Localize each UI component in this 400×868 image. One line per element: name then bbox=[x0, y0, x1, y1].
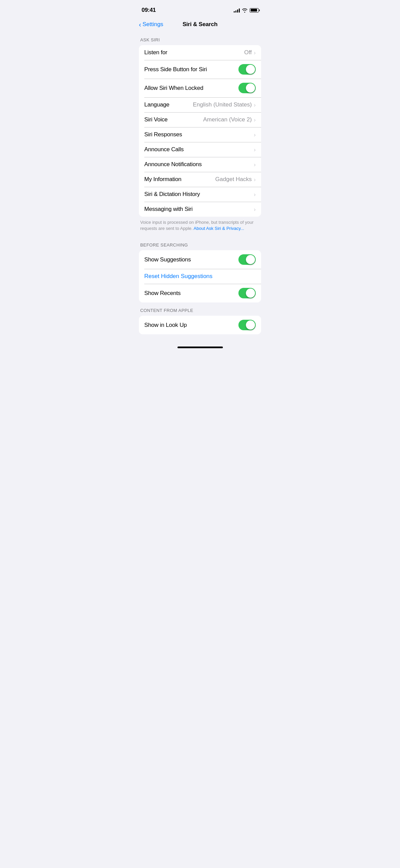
status-bar: 09:41 bbox=[133, 0, 267, 18]
show-suggestions-knob bbox=[246, 255, 255, 264]
show-suggestions-label: Show Suggestions bbox=[144, 256, 191, 263]
siri-dictation-history-right: › bbox=[254, 192, 256, 197]
announce-calls-right: › bbox=[254, 147, 256, 153]
my-information-row[interactable]: My Information Gadget Hacks › bbox=[139, 172, 261, 187]
siri-responses-label: Siri Responses bbox=[144, 131, 182, 138]
siri-voice-chevron-icon: › bbox=[254, 117, 256, 123]
home-indicator bbox=[177, 347, 223, 348]
listen-for-right: Off › bbox=[244, 49, 256, 56]
announce-calls-label: Announce Calls bbox=[144, 146, 184, 153]
nav-bar: ‹ Settings Siri & Search bbox=[133, 18, 267, 32]
siri-voice-value: American (Voice 2) bbox=[203, 116, 252, 123]
content-from-apple-section-label: CONTENT FROM APPLE bbox=[133, 302, 267, 316]
my-information-chevron-icon: › bbox=[254, 177, 256, 182]
content-from-apple-card: Show in Look Up bbox=[139, 316, 261, 334]
press-side-button-toggle[interactable] bbox=[238, 64, 256, 75]
show-recents-knob bbox=[246, 289, 255, 298]
ask-siri-card: Listen for Off › Press Side Button for S… bbox=[139, 45, 261, 217]
listen-for-label: Listen for bbox=[144, 49, 167, 56]
messaging-with-siri-chevron-icon: › bbox=[254, 206, 256, 212]
press-side-button-row: Press Side Button for Siri bbox=[139, 60, 261, 79]
ask-siri-section-label: ASK SIRI bbox=[133, 32, 267, 45]
language-right: English (United States) › bbox=[193, 101, 256, 108]
announce-notifications-chevron-icon: › bbox=[254, 162, 256, 167]
language-chevron-icon: › bbox=[254, 102, 256, 108]
back-chevron-icon: ‹ bbox=[139, 21, 141, 28]
show-in-look-up-toggle[interactable] bbox=[238, 320, 256, 330]
siri-voice-right: American (Voice 2) › bbox=[203, 116, 256, 123]
language-row[interactable]: Language English (United States) › bbox=[139, 97, 261, 112]
before-searching-card: Show Suggestions Reset Hidden Suggestion… bbox=[139, 250, 261, 302]
page-title: Siri & Search bbox=[183, 21, 217, 28]
messaging-with-siri-row[interactable]: Messaging with Siri › bbox=[139, 202, 261, 217]
reset-hidden-suggestions-row[interactable]: Reset Hidden Suggestions bbox=[139, 269, 261, 284]
show-suggestions-row: Show Suggestions bbox=[139, 250, 261, 269]
wifi-icon bbox=[242, 8, 248, 13]
show-recents-toggle[interactable] bbox=[238, 288, 256, 298]
siri-dictation-history-chevron-icon: › bbox=[254, 192, 256, 197]
press-side-button-knob bbox=[246, 65, 255, 74]
ask-siri-footer-link[interactable]: About Ask Siri & Privacy... bbox=[194, 226, 244, 231]
my-information-label: My Information bbox=[144, 176, 182, 183]
announce-calls-row[interactable]: Announce Calls › bbox=[139, 142, 261, 157]
show-recents-label: Show Recents bbox=[144, 290, 181, 297]
announce-notifications-row[interactable]: Announce Notifications › bbox=[139, 157, 261, 172]
allow-when-locked-label: Allow Siri When Locked bbox=[144, 85, 203, 92]
signal-icon bbox=[234, 8, 240, 13]
back-label: Settings bbox=[143, 21, 163, 28]
announce-calls-chevron-icon: › bbox=[254, 147, 256, 153]
show-in-look-up-label: Show in Look Up bbox=[144, 322, 187, 329]
siri-voice-label: Siri Voice bbox=[144, 116, 168, 123]
show-in-look-up-row: Show in Look Up bbox=[139, 316, 261, 334]
my-information-right: Gadget Hacks › bbox=[215, 176, 256, 183]
listen-for-row[interactable]: Listen for Off › bbox=[139, 45, 261, 60]
listen-for-value: Off bbox=[244, 49, 252, 56]
ask-siri-footer: Voice input is processed on iPhone, but … bbox=[133, 217, 267, 237]
announce-notifications-label: Announce Notifications bbox=[144, 161, 202, 168]
show-suggestions-toggle[interactable] bbox=[238, 254, 256, 265]
siri-responses-right: › bbox=[254, 132, 256, 138]
back-button[interactable]: ‹ Settings bbox=[139, 21, 163, 28]
siri-responses-chevron-icon: › bbox=[254, 132, 256, 138]
reset-hidden-suggestions-label: Reset Hidden Suggestions bbox=[144, 273, 212, 280]
language-label: Language bbox=[144, 101, 169, 108]
battery-icon bbox=[250, 8, 260, 13]
allow-when-locked-toggle[interactable] bbox=[238, 83, 256, 93]
before-searching-section-label: BEFORE SEARCHING bbox=[133, 237, 267, 250]
siri-dictation-history-label: Siri & Dictation History bbox=[144, 191, 200, 198]
listen-for-chevron-icon: › bbox=[254, 50, 256, 56]
messaging-with-siri-right: › bbox=[254, 206, 256, 212]
allow-when-locked-row: Allow Siri When Locked bbox=[139, 79, 261, 97]
status-icons bbox=[234, 8, 260, 13]
messaging-with-siri-label: Messaging with Siri bbox=[144, 206, 193, 213]
press-side-button-label: Press Side Button for Siri bbox=[144, 66, 207, 73]
announce-notifications-right: › bbox=[254, 162, 256, 167]
language-value: English (United States) bbox=[193, 101, 252, 108]
siri-responses-row[interactable]: Siri Responses › bbox=[139, 127, 261, 142]
status-time: 09:41 bbox=[142, 7, 156, 14]
allow-when-locked-knob bbox=[246, 83, 255, 93]
show-recents-row: Show Recents bbox=[139, 284, 261, 302]
my-information-value: Gadget Hacks bbox=[215, 176, 252, 183]
show-in-look-up-knob bbox=[246, 320, 255, 330]
siri-voice-row[interactable]: Siri Voice American (Voice 2) › bbox=[139, 112, 261, 127]
siri-dictation-history-row[interactable]: Siri & Dictation History › bbox=[139, 187, 261, 202]
